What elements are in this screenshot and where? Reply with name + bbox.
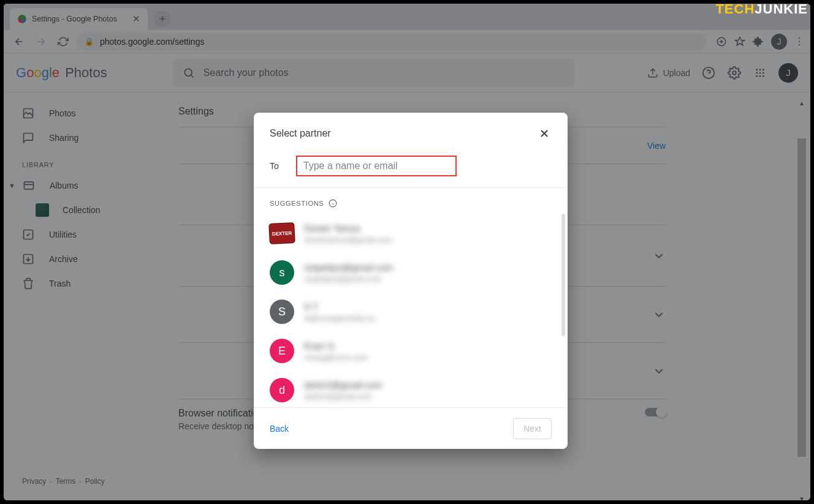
suggestion-name: dw915@gmail.com <box>304 380 382 390</box>
partner-email-input[interactable] <box>303 160 449 171</box>
modal-title: Select partner <box>270 128 331 139</box>
next-button[interactable]: Next <box>513 418 552 439</box>
watermark: TECHJUNKIE <box>715 1 808 17</box>
suggestions-scrollbar[interactable] <box>561 214 565 336</box>
suggestions-header: SUGGESTIONS <box>254 188 568 214</box>
browser-window: Settings - Google Photos ✕ + 🔒 photos.go… <box>4 4 810 500</box>
to-input-highlight <box>296 156 457 176</box>
suggestion-avatar: S <box>270 299 294 324</box>
close-modal-button[interactable] <box>537 126 552 141</box>
suggestion-name: swipetips@gmail.com <box>304 262 393 273</box>
suggestions-list: DEXTERDexter Tamusdextertamus@gmail.coms… <box>254 214 568 407</box>
suggestion-email: dextertamus@gmail.com <box>304 235 392 244</box>
suggestion-name: Dexter Tamus <box>304 223 392 233</box>
suggestion-avatar: E <box>270 339 294 363</box>
suggestion-item[interactable]: SS Tst@orangemedia.co <box>270 292 558 331</box>
select-partner-modal: Select partner To SUGGESTIONS DEXTERDext… <box>254 113 568 449</box>
suggestion-item[interactable]: sswipetips@gmail.comswipetips@gmail.com <box>270 253 558 292</box>
back-button[interactable]: Back <box>270 424 289 434</box>
suggestion-name: Evan G <box>304 340 368 351</box>
suggestion-avatar: d <box>270 378 294 402</box>
to-label: To <box>270 161 279 171</box>
suggestion-email: dw915@gmail.com <box>304 392 382 401</box>
suggestion-avatar: DEXTER <box>270 221 294 246</box>
suggestion-name: S T <box>304 301 376 312</box>
suggestion-email: evang@such.com <box>304 353 368 362</box>
suggestion-item[interactable]: DEXTERDexter Tamusdextertamus@gmail.com <box>270 214 558 253</box>
info-icon[interactable] <box>329 199 337 208</box>
suggestion-email: st@orangemedia.co <box>304 314 376 323</box>
suggestion-avatar: s <box>270 260 294 285</box>
suggestion-item[interactable]: ddw915@gmail.comdw915@gmail.com <box>270 370 558 407</box>
suggestion-item[interactable]: EEvan Gevang@such.com <box>270 331 558 370</box>
suggestion-email: swipetips@gmail.com <box>304 274 393 284</box>
close-icon <box>538 127 550 140</box>
